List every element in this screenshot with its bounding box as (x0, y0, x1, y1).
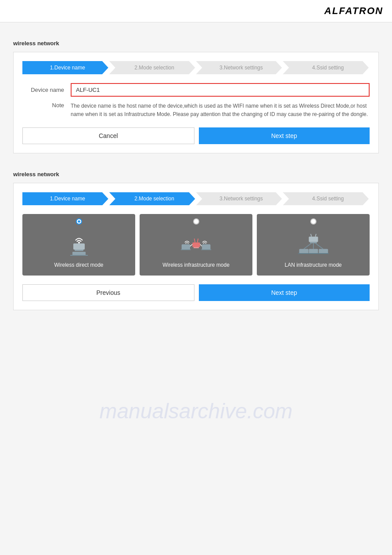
svg-line-9 (194, 239, 195, 243)
note-label: Note (22, 102, 71, 119)
lan-infrastructure-icon (298, 231, 329, 258)
next-step-button-2[interactable]: Next step (199, 284, 370, 301)
svg-rect-5 (181, 244, 190, 250)
mode-card-label-wireless-direct: Wireless direct mode (54, 262, 103, 268)
section2-title: wireless network (13, 171, 379, 178)
radio-wireless-direct (76, 218, 82, 225)
header: ALFATRON (0, 0, 392, 22)
section2-card: 1.Device name 2.Mode selection 3.Network… (13, 183, 379, 310)
svg-line-12 (200, 244, 201, 246)
mode-card-label-lan-infrastructure: LAN infrastructure mode (284, 262, 342, 268)
next-step-button-1[interactable]: Next step (199, 127, 370, 144)
svg-line-19 (304, 243, 312, 249)
svg-line-10 (197, 239, 198, 243)
svg-point-2 (78, 242, 80, 243)
radio-lan-infrastructure (310, 218, 316, 225)
section2-steps: 1.Device name 2.Mode selection 3.Network… (22, 192, 370, 205)
section1-title: wireless network (13, 40, 379, 47)
svg-rect-3 (72, 252, 86, 255)
svg-line-21 (315, 243, 323, 249)
section-device-name: wireless network 1.Device name 2.Mode se… (13, 40, 379, 153)
wireless-direct-icon (64, 231, 94, 258)
svg-line-17 (310, 234, 311, 237)
mode-card-label-wireless-infrastructure: Wireless infrastructure mode (162, 262, 230, 268)
section2-buttons: Previous Next step (22, 284, 370, 301)
step2-device-name: 1.Device name (22, 192, 108, 205)
page-content: wireless network 1.Device name 2.Mode se… (0, 22, 392, 345)
svg-rect-13 (202, 244, 210, 250)
svg-rect-7 (192, 243, 200, 247)
previous-button[interactable]: Previous (22, 284, 194, 301)
device-name-input[interactable] (71, 83, 370, 97)
svg-rect-26 (319, 249, 328, 254)
mode-card-lan-infrastructure[interactable]: LAN infrastructure mode (257, 214, 370, 276)
cancel-button[interactable]: Cancel (22, 127, 194, 144)
svg-rect-16 (310, 242, 317, 243)
step2-network-settings: 3.Network settings (196, 192, 282, 205)
wireless-infrastructure-icon (181, 231, 212, 258)
mode-card-wireless-infrastructure[interactable]: Wireless infrastructure mode (140, 214, 252, 276)
mode-card-wireless-direct[interactable]: Wireless direct mode (22, 214, 135, 276)
step1-network-settings: 3.Network settings (196, 61, 282, 74)
device-name-row: Device name (22, 83, 370, 97)
note-row: Note The device name is the host name of… (22, 102, 370, 119)
section-mode-selection: wireless network 1.Device name 2.Mode se… (13, 171, 379, 310)
section1-card: 1.Device name 2.Mode selection 3.Network… (13, 52, 379, 153)
step1-mode-selection: 2.Mode selection (109, 61, 195, 74)
svg-rect-24 (309, 249, 318, 254)
svg-rect-15 (309, 237, 318, 242)
section1-buttons: Cancel Next step (22, 127, 370, 144)
svg-rect-22 (299, 249, 308, 254)
brand-logo: ALFATRON (324, 5, 383, 17)
radio-wireless-infrastructure (193, 218, 199, 225)
section1-steps: 1.Device name 2.Mode selection 3.Network… (22, 61, 370, 74)
svg-rect-1 (75, 250, 83, 251)
device-name-label: Device name (22, 87, 71, 93)
step2-ssid-setting: 4.Ssid setting (283, 192, 369, 205)
step1-device-name: 1.Device name (22, 61, 108, 74)
note-text: The device name is the host name of the … (71, 102, 370, 119)
svg-rect-8 (193, 247, 198, 249)
svg-line-18 (315, 234, 316, 237)
svg-rect-0 (73, 243, 85, 250)
svg-line-11 (190, 244, 192, 246)
step1-ssid-setting: 4.Ssid setting (283, 61, 369, 74)
mode-cards: Wireless direct mode (22, 214, 370, 276)
step2-mode-selection: 2.Mode selection (109, 192, 195, 205)
